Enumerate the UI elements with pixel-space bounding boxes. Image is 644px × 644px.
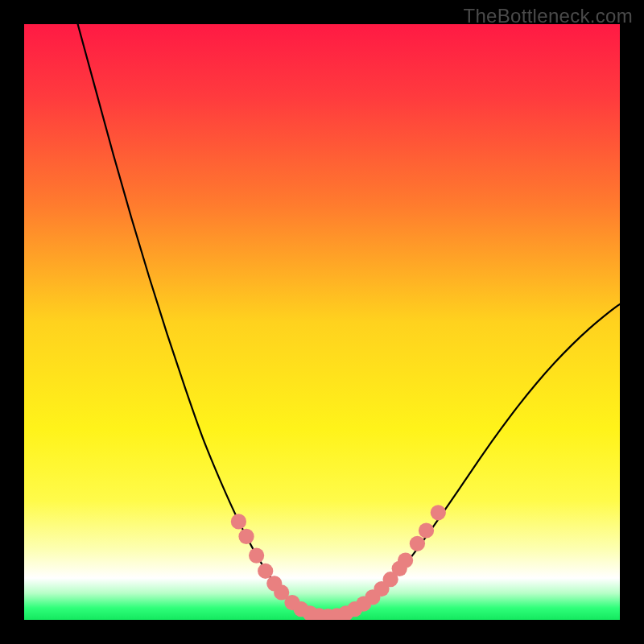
marker-dot (431, 505, 446, 520)
marker-dot (258, 564, 273, 579)
marker-dot (419, 522, 434, 538)
marker-dot (410, 536, 425, 551)
app-frame: TheBottleneck.com (0, 0, 644, 644)
marker-dot (249, 547, 264, 563)
chart-background (24, 24, 620, 620)
watermark-text: TheBottleneck.com (463, 5, 633, 27)
marker-dot (398, 552, 413, 568)
plot-area (24, 24, 620, 620)
bottleneck-chart (24, 24, 620, 620)
marker-dot (231, 514, 246, 529)
marker-dot (238, 529, 254, 544)
